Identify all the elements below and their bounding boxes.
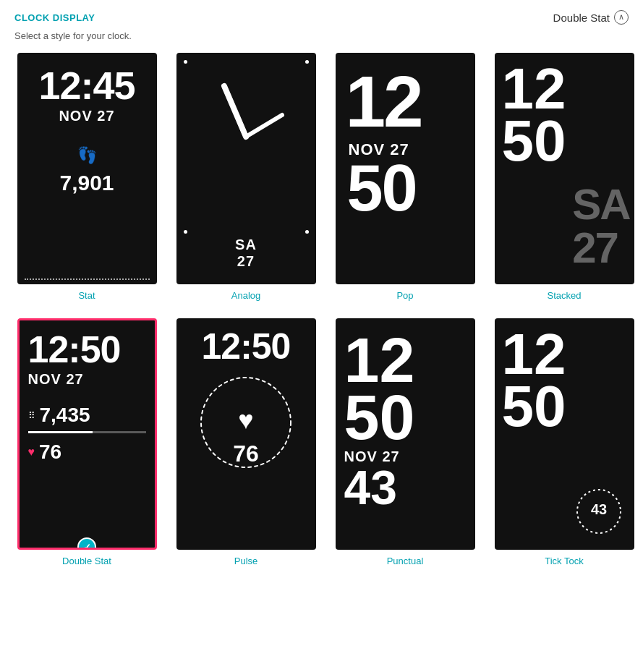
watch-face-pop: 12 NOV 27 50 xyxy=(336,53,475,284)
watch-face-analog: SA27 xyxy=(176,53,316,284)
ticktock-circle-svg: 43 xyxy=(574,486,624,537)
current-style-label: Double Stat xyxy=(553,12,610,24)
watch-face-stacked: 12 50 SA27 xyxy=(495,53,634,284)
watch-grid: 12:45 NOV 27 👣 7,901 Stat SA27 Analog xyxy=(14,53,629,566)
analog-label: Analog xyxy=(231,290,260,301)
stat-date: NOV 27 xyxy=(59,108,114,124)
doublestat-label: Double Stat xyxy=(62,556,111,566)
ticktock-minute: 50 xyxy=(502,380,566,433)
watch-face-punctual: 12 50 NOV 27 43 xyxy=(336,318,475,550)
selected-badge xyxy=(77,537,96,550)
ds-progress-bar xyxy=(28,431,146,433)
watch-item-punctual[interactable]: 12 50 NOV 27 43 Punctual xyxy=(333,318,477,566)
watch-item-doublestat[interactable]: 12:50 NOV 27 ⠿ 7,435 ♥ 76 Double Stat xyxy=(14,318,159,566)
ds-date: NOV 27 xyxy=(28,371,84,388)
steps-dots-icon: ⠿ xyxy=(28,410,35,421)
subtitle: Select a style for your clock. xyxy=(14,30,629,41)
stacked-minute: 50 xyxy=(502,115,566,167)
punctual-hour: 12 xyxy=(344,331,415,388)
svg-line-0 xyxy=(224,86,246,137)
page-header: CLOCK DISPLAY Double Stat xyxy=(14,6,629,27)
ds-time: 12:50 xyxy=(28,331,121,368)
stat-label: Stat xyxy=(78,290,95,301)
svg-text:43: 43 xyxy=(590,501,606,517)
pulse-circle-area: ♥ 76 xyxy=(195,372,297,473)
ticktock-circle-area: 43 xyxy=(574,486,624,537)
pulse-heart-icon: ♥ xyxy=(238,405,253,435)
watch-item-analog[interactable]: SA27 Analog xyxy=(174,53,318,301)
ds-steps-row: ⠿ 7,435 xyxy=(28,404,90,427)
ds-steps: 7,435 xyxy=(40,404,90,427)
watch-face-ticktock: 12 50 43 xyxy=(495,318,634,550)
pulse-hr: 76 xyxy=(233,441,259,467)
watch-face-doublestat: 12:50 NOV 27 ⠿ 7,435 ♥ 76 xyxy=(17,318,157,550)
watch-item-stacked[interactable]: 12 50 SA27 Stacked xyxy=(492,53,636,301)
stat-dotted-line xyxy=(25,278,150,280)
stacked-label: Stacked xyxy=(548,290,582,301)
analog-date: SA27 xyxy=(235,237,257,270)
corner-dot-tl xyxy=(184,60,187,64)
ticktock-label: Tick Tock xyxy=(545,556,583,566)
stacked-day-overlay: SA27 xyxy=(572,183,629,270)
pulse-time: 12:50 xyxy=(202,328,291,365)
watch-face-stat: 12:45 NOV 27 👣 7,901 xyxy=(17,53,157,284)
svg-line-1 xyxy=(246,115,282,137)
heart-icon: ♥ xyxy=(28,446,35,459)
pulse-label: Pulse xyxy=(234,556,258,566)
page-title: CLOCK DISPLAY xyxy=(14,12,95,23)
footstep-icon: 👣 xyxy=(77,146,97,165)
ticktock-hour: 12 xyxy=(502,328,566,380)
collapse-button[interactable] xyxy=(614,10,629,25)
stat-steps: 7,901 xyxy=(59,171,114,195)
corner-dot-bl xyxy=(184,230,187,234)
current-style-display[interactable]: Double Stat xyxy=(553,10,629,25)
punctual-label: Punctual xyxy=(387,556,424,566)
punctual-minute: 50 xyxy=(344,388,415,446)
ds-hr: 76 xyxy=(39,441,61,464)
watch-item-stat[interactable]: 12:45 NOV 27 👣 7,901 Stat xyxy=(14,53,159,301)
pop-label: Pop xyxy=(396,290,413,301)
stacked-hour: 12 xyxy=(502,63,566,115)
stat-time: 12:45 xyxy=(38,66,135,105)
analog-clock-svg xyxy=(188,64,304,209)
punctual-extra: 43 xyxy=(344,465,397,511)
watch-item-pulse[interactable]: 12:50 ♥ 76 Pulse xyxy=(174,318,318,566)
corner-dot-tr xyxy=(305,60,309,64)
watch-item-pop[interactable]: 12 NOV 27 50 Pop xyxy=(333,53,477,301)
corner-dot-br xyxy=(305,230,309,234)
watch-face-pulse: 12:50 ♥ 76 xyxy=(176,318,316,550)
ds-progress-fill xyxy=(28,431,93,433)
ds-hr-row: ♥ 76 xyxy=(28,441,62,464)
pop-minute: 50 xyxy=(346,159,417,218)
pop-hour: 12 xyxy=(346,67,422,136)
watch-item-ticktock[interactable]: 12 50 43 Tick Tock xyxy=(492,318,636,566)
